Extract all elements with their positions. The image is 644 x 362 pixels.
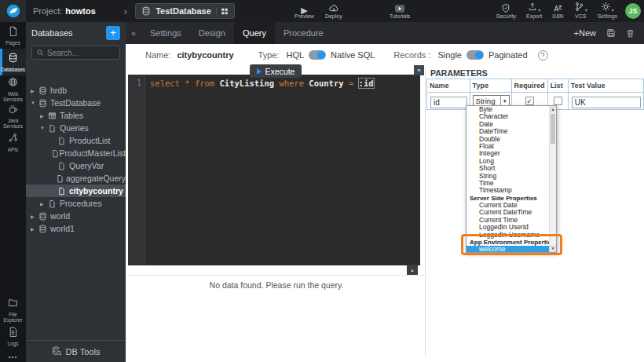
rail-item-java-services[interactable]: Java Services xyxy=(0,102,26,129)
expand-params-button[interactable]: » xyxy=(414,65,424,75)
vcs-button[interactable]: ▾ VCS xyxy=(574,3,587,20)
deploy-button[interactable]: Deploy xyxy=(325,3,342,20)
project-label: Project: xyxy=(33,6,62,16)
search-input[interactable] xyxy=(47,49,115,57)
tree-item-world1[interactable]: ▶world1 xyxy=(26,222,126,235)
tree-item-citybycountry[interactable]: citybycountry xyxy=(26,185,126,197)
help-icon[interactable]: ? xyxy=(538,50,548,60)
param-test-value-input[interactable] xyxy=(572,97,641,108)
tree-item-productlist[interactable]: ProductList xyxy=(26,134,126,147)
expand-arrow-icon[interactable]: ▶ xyxy=(31,88,38,93)
scroll-down-icon[interactable]: ▼ xyxy=(550,245,556,252)
databases-icon xyxy=(8,52,18,66)
logs-icon xyxy=(8,326,18,340)
sql-editor[interactable]: 1 select * from CityListing where Countr… xyxy=(128,75,420,265)
wavemaker-logo[interactable] xyxy=(0,0,26,22)
table-header-row: NameTypeRequiredListTest Value xyxy=(427,79,644,93)
rail-item-pages[interactable]: Pages xyxy=(0,22,26,49)
file-icon xyxy=(57,187,69,196)
scrollbar-thumb[interactable] xyxy=(551,114,555,144)
db-icon xyxy=(38,225,50,233)
param-list-checkbox[interactable] xyxy=(554,97,562,105)
param-name-input[interactable] xyxy=(430,97,467,108)
gear-icon xyxy=(601,2,611,13)
tree-item-hrdb[interactable]: ▶hrdb xyxy=(26,84,126,97)
tree-item-testdatabase[interactable]: ▼TestDatabase xyxy=(26,97,126,109)
bird-logo-icon xyxy=(6,4,20,18)
expand-arrow-icon[interactable]: ▶ xyxy=(40,113,48,119)
tab-query[interactable]: Query xyxy=(234,22,275,44)
db-icon xyxy=(38,99,50,108)
shield-icon xyxy=(501,3,510,13)
topbar-right-actions: Security ▾ Export i18N ▾ VCS xyxy=(496,0,617,22)
delete-button[interactable] xyxy=(626,28,635,38)
rail-item-file-explorer[interactable]: File Explorer xyxy=(0,296,26,323)
security-button[interactable]: Security xyxy=(496,3,516,20)
type-label: Type: xyxy=(258,50,280,60)
expand-arrow-icon[interactable]: ▼ xyxy=(40,126,48,130)
rail-bottom: File ExplorerLogs xyxy=(0,296,26,349)
expand-arrow-icon[interactable]: ▶ xyxy=(40,201,48,207)
search-box[interactable] xyxy=(31,46,120,60)
grid-icon[interactable] xyxy=(216,7,229,16)
records-label: Records : xyxy=(393,50,430,60)
records-toggle[interactable] xyxy=(467,50,484,60)
records-option-paginated[interactable]: Paginated xyxy=(488,50,528,60)
expand-arrow-icon[interactable]: ▶ xyxy=(31,214,38,219)
editor-collapse-button[interactable]: ▲ xyxy=(407,265,418,275)
dropdown-option-loggedin-username[interactable]: LoggedIn Username xyxy=(467,232,549,239)
dropdown-scrollbar[interactable]: ▲ ▼ xyxy=(549,106,556,252)
editor-code-line[interactable]: select * from CityListing where Country … xyxy=(145,75,374,265)
user-avatar[interactable]: JS xyxy=(625,3,641,19)
tree-item-world[interactable]: ▶world xyxy=(26,210,126,222)
records-option-single[interactable]: Single xyxy=(437,50,462,60)
collapse-panel-icon[interactable]: « xyxy=(128,29,139,38)
dropdown-option-welcome[interactable]: welcome xyxy=(467,246,549,252)
tree-item-procedures[interactable]: ▶Procedures xyxy=(26,197,126,210)
rail-item-logs[interactable]: Logs xyxy=(0,323,26,349)
expand-arrow-icon[interactable]: ▶ xyxy=(31,226,38,232)
export-button[interactable]: ▾ Export xyxy=(526,3,542,20)
db-tools-button[interactable]: DB Tools xyxy=(26,340,126,362)
more-options-icon[interactable]: ••• xyxy=(0,353,26,360)
i18n-button[interactable]: i18N xyxy=(552,3,563,20)
query-name-value: citybycountry xyxy=(177,50,233,60)
preview-button[interactable]: ▶ Preview xyxy=(295,3,314,20)
tutorials-video-icon xyxy=(394,3,405,13)
settings-button[interactable]: ▾ Settings xyxy=(598,3,617,20)
rail-item-databases[interactable]: Databases xyxy=(0,49,26,75)
tab-design[interactable]: Design xyxy=(190,22,234,44)
dropdown-option-timestamp[interactable]: Timestamp xyxy=(467,187,549,194)
tree-item-queries[interactable]: ▼Queries xyxy=(26,122,126,134)
preview-play-icon: ▶ xyxy=(301,3,307,13)
tree-item-productmasterlist[interactable]: ProductMasterList xyxy=(26,147,126,159)
type-option-nativesql[interactable]: Native SQL xyxy=(331,50,375,60)
db-tools-icon xyxy=(52,346,62,357)
new-query-button[interactable]: +New xyxy=(574,28,596,38)
rail-item-web-services[interactable]: Web Services xyxy=(0,75,26,102)
database-selector[interactable]: TestDatabase xyxy=(135,3,235,19)
save-button[interactable] xyxy=(606,28,616,38)
scroll-up-icon[interactable]: ▲ xyxy=(550,106,556,113)
expand-arrow-icon[interactable]: ▼ xyxy=(31,101,38,105)
tab-procedure[interactable]: Procedure xyxy=(275,22,332,44)
tutorials-button[interactable]: Tutorials xyxy=(390,3,411,20)
chevron-down-icon: ▾ xyxy=(538,7,540,13)
tab-settings[interactable]: Settings xyxy=(141,22,190,44)
execute-play-icon xyxy=(257,68,262,75)
rail-item-apis[interactable]: APIs xyxy=(0,129,26,155)
db-icon xyxy=(38,86,50,95)
add-database-button[interactable]: + xyxy=(106,26,120,40)
name-label: Name: xyxy=(145,50,170,60)
type-option-hql[interactable]: HQL xyxy=(286,50,304,60)
tree-item-tables[interactable]: ▶Tables xyxy=(26,109,126,122)
tree-item-queryvar[interactable]: QueryVar xyxy=(26,159,126,172)
left-icon-rail: PagesDatabasesWeb ServicesJava ServicesA… xyxy=(0,22,26,362)
type-toggle[interactable] xyxy=(309,50,326,60)
execute-button[interactable]: Execute xyxy=(250,64,302,78)
db-icon xyxy=(38,212,50,221)
type-dropdown-menu: ByteCharacterDateDateTimeDoubleFloatInte… xyxy=(466,105,557,253)
trash-icon xyxy=(626,28,635,38)
param-required-checkbox[interactable]: ✓ xyxy=(525,97,534,105)
tree-item-aggregatequery[interactable]: aggregateQuery xyxy=(26,172,126,185)
